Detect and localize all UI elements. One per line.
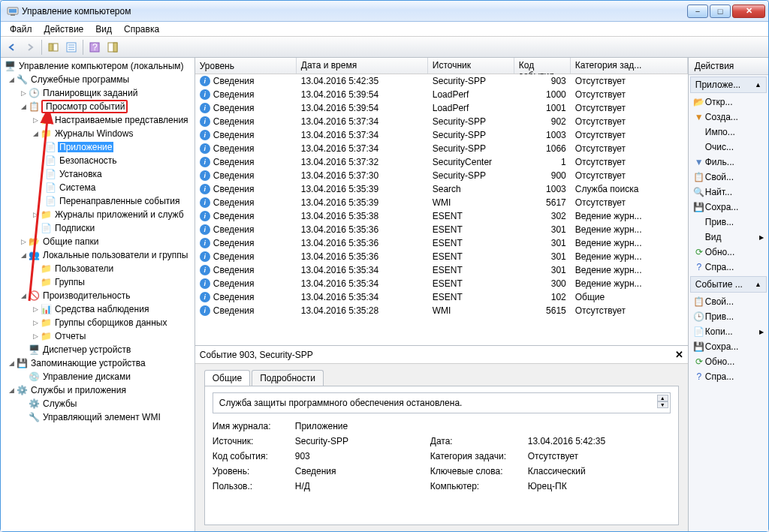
- tree-shared-folders[interactable]: ▷📂Общие папки: [1, 235, 195, 248]
- grid-header[interactable]: Уровень Дата и время Источник Код событи…: [195, 58, 688, 74]
- event-row[interactable]: iСведения13.04.2016 5:35:36ESENT301Веден…: [195, 250, 688, 263]
- tree-forwarded-log[interactable]: 📄Перенаправленные события: [1, 194, 195, 208]
- tree-app-services-logs[interactable]: ▷📁Журналы приложений и служб: [1, 208, 195, 221]
- forward-button[interactable]: [22, 39, 38, 56]
- tree-services[interactable]: ⚙️Службы: [1, 397, 195, 410]
- action-event-attach[interactable]: 🕒Прив...: [690, 310, 767, 323]
- info-icon: i: [200, 170, 210, 181]
- tree-application-log[interactable]: 📄Приложение: [1, 140, 195, 154]
- event-row[interactable]: iСведения13.04.2016 5:35:34ESENT300Веден…: [195, 277, 688, 290]
- tree-subscriptions[interactable]: 📄Подписки: [1, 221, 195, 235]
- tree-security-log[interactable]: 📄Безопасность: [1, 154, 195, 167]
- event-row[interactable]: iСведения13.04.2016 5:35:34ESENT102Общие: [195, 290, 688, 304]
- svg-rect-12: [113, 43, 117, 52]
- event-row[interactable]: iСведения13.04.2016 5:37:34Security-SPP9…: [195, 115, 688, 128]
- action-attach[interactable]: Прив...: [690, 215, 767, 229]
- info-icon: i: [200, 89, 210, 100]
- event-row[interactable]: iСведения13.04.2016 5:35:39Search1003Слу…: [195, 182, 688, 196]
- event-row[interactable]: iСведения13.04.2016 5:35:28WMI5615Отсутс…: [195, 304, 688, 317]
- tree-groups[interactable]: 📁Группы: [1, 275, 195, 289]
- tree-users[interactable]: 📁Пользователи: [1, 262, 195, 275]
- action-event-help[interactable]: ?Спра...: [690, 370, 767, 383]
- tree-pane[interactable]: 🖥️Управление компьютером (локальным) ◢🔧С…: [1, 58, 195, 531]
- event-row[interactable]: iСведения13.04.2016 5:37:30Security-SPP9…: [195, 169, 688, 182]
- computer-management-window: Управление компьютером − □ ✕ Файл Действ…: [0, 0, 769, 532]
- event-detail-pane: Событие 903, Security-SPP ✕ Общие Подроб…: [195, 345, 688, 531]
- tree-monitoring[interactable]: ▷📊Средства наблюдения: [1, 302, 195, 316]
- event-row[interactable]: iСведения13.04.2016 5:35:39WMI5617Отсутс…: [195, 196, 688, 209]
- event-row[interactable]: iСведения13.04.2016 5:39:54LoadPerf1000О…: [195, 88, 688, 101]
- tree-storage[interactable]: ◢💾Запоминающие устройства: [1, 356, 195, 370]
- show-hide-tree-button[interactable]: [45, 39, 62, 56]
- action-clear[interactable]: Очис...: [690, 140, 767, 154]
- col-eventid[interactable]: Код события: [514, 58, 571, 74]
- tree-local-users[interactable]: ◢👥Локальные пользователи и группы: [1, 248, 195, 262]
- event-row[interactable]: iСведения13.04.2016 5:35:36ESENT301Веден…: [195, 223, 688, 236]
- event-row[interactable]: iСведения13.04.2016 5:42:35Security-SPP9…: [195, 74, 688, 88]
- event-row[interactable]: iСведения13.04.2016 5:35:34ESENT301Веден…: [195, 263, 688, 277]
- tree-windows-logs[interactable]: ◢📁Журналы Windows: [1, 127, 195, 140]
- action-view[interactable]: Вид▶: [690, 230, 767, 244]
- message-spinner[interactable]: ▲▼: [657, 395, 668, 408]
- tab-details[interactable]: Подробности: [252, 370, 324, 386]
- window-title: Управление компьютером: [22, 6, 687, 17]
- action-properties[interactable]: 📋Свой...: [690, 170, 767, 184]
- tree-task-scheduler[interactable]: ▷🕒Планировщик заданий: [1, 86, 195, 100]
- action-event-refresh[interactable]: ⟳Обно...: [690, 355, 767, 368]
- action-help[interactable]: ?Спра...: [690, 260, 767, 274]
- action-event-properties[interactable]: 📋Свой...: [690, 295, 767, 308]
- action-refresh[interactable]: ⟳Обно...: [690, 245, 767, 259]
- tree-reports[interactable]: ▷📁Отчеты: [1, 329, 195, 343]
- tree-data-collector[interactable]: ▷📁Группы сборщиков данных: [1, 316, 195, 329]
- menu-view[interactable]: Вид: [89, 23, 118, 36]
- tree-performance[interactable]: ◢🚫Производительность: [1, 289, 195, 302]
- col-datetime[interactable]: Дата и время: [297, 58, 428, 74]
- event-row[interactable]: iСведения13.04.2016 5:35:38ESENT302Веден…: [195, 209, 688, 223]
- tree-device-manager[interactable]: 🖥️Диспетчер устройств: [1, 343, 195, 356]
- menu-help[interactable]: Справка: [118, 23, 165, 36]
- action-save[interactable]: 💾Сохра...: [690, 200, 767, 214]
- action-copy[interactable]: 📄Копи...▶: [690, 325, 767, 338]
- titlebar[interactable]: Управление компьютером − □ ✕: [1, 1, 768, 22]
- action-event-save[interactable]: 💾Сохра...: [690, 340, 767, 353]
- menu-file[interactable]: Файл: [4, 23, 38, 36]
- event-row[interactable]: iСведения13.04.2016 5:39:54LoadPerf1001О…: [195, 101, 688, 115]
- help-icon[interactable]: ?: [86, 39, 103, 56]
- action-create[interactable]: ▼Созда...: [690, 110, 767, 124]
- tab-general[interactable]: Общие: [204, 370, 250, 386]
- tree-system-log[interactable]: 📄Система: [1, 181, 195, 194]
- action-pane-icon[interactable]: [104, 39, 121, 56]
- col-source[interactable]: Источник: [428, 58, 514, 74]
- back-button[interactable]: [4, 39, 20, 56]
- col-category[interactable]: Категория зад...: [571, 58, 688, 74]
- event-row[interactable]: iСведения13.04.2016 5:35:36ESENT301Веден…: [195, 236, 688, 250]
- action-import[interactable]: Импо...: [690, 125, 767, 139]
- event-row[interactable]: iСведения13.04.2016 5:37:34Security-SPP1…: [195, 142, 688, 155]
- event-row[interactable]: iСведения13.04.2016 5:37:34Security-SPP1…: [195, 128, 688, 142]
- action-open[interactable]: 📂Откр...: [690, 95, 767, 109]
- tree-custom-views[interactable]: ▷📁Настраиваемые представления: [1, 113, 195, 127]
- event-row[interactable]: iСведения13.04.2016 5:37:32SecurityCente…: [195, 155, 688, 169]
- tree-event-viewer[interactable]: ◢📋Просмотр событий: [1, 100, 195, 113]
- close-detail-icon[interactable]: ✕: [675, 349, 683, 360]
- tree-setup-log[interactable]: 📄Установка: [1, 167, 195, 181]
- app-icon: [7, 5, 19, 17]
- event-grid[interactable]: iСведения13.04.2016 5:42:35Security-SPP9…: [195, 74, 688, 345]
- info-icon: i: [200, 224, 210, 235]
- maximize-button[interactable]: □: [710, 5, 731, 18]
- actions-section-app[interactable]: Приложе...▲: [690, 77, 767, 93]
- menu-action[interactable]: Действие: [38, 23, 90, 36]
- tree-wmi[interactable]: 🔧Управляющий элемент WMI: [1, 410, 195, 424]
- properties-icon[interactable]: [63, 39, 80, 56]
- minimize-button[interactable]: −: [687, 5, 708, 18]
- svg-rect-4: [53, 44, 58, 51]
- tree-services-apps[interactable]: ◢⚙️Службы и приложения: [1, 383, 195, 397]
- close-button[interactable]: ✕: [732, 5, 765, 18]
- tree-system-tools[interactable]: ◢🔧Служебные программы: [1, 73, 195, 86]
- actions-section-event[interactable]: Событие ...▲: [690, 276, 767, 293]
- action-find[interactable]: 🔍Найт...: [690, 185, 767, 199]
- col-level[interactable]: Уровень: [195, 58, 297, 74]
- tree-disk-management[interactable]: 💿Управление дисками: [1, 370, 195, 383]
- tree-root[interactable]: 🖥️Управление компьютером (локальным): [1, 59, 195, 73]
- action-filter[interactable]: ▼Филь...: [690, 155, 767, 169]
